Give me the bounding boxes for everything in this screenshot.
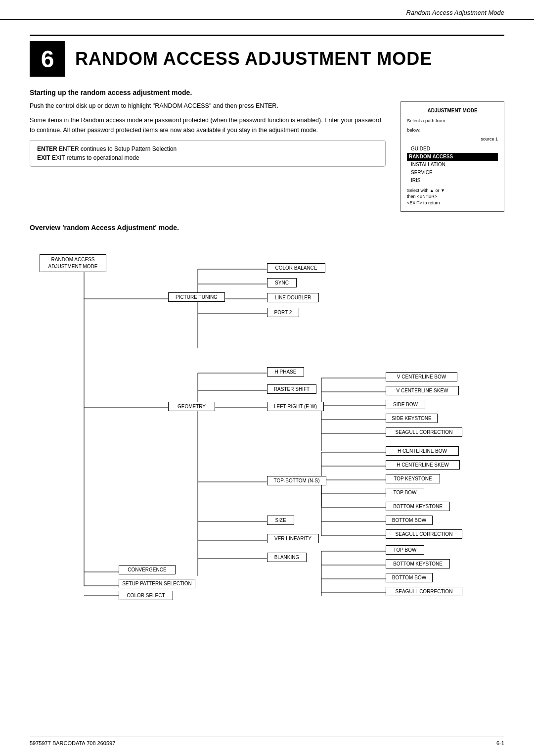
box-geometry: GEOMETRY (168, 402, 215, 411)
chapter-title: RANDOM ACCESS ADJUSTMENT MODE (75, 48, 432, 69)
box-raster-shift: RASTER SHIFT (267, 384, 316, 394)
box-h-centerline-bow: H CENTERLINE BOW (386, 446, 459, 456)
chapter-block: 6 RANDOM ACCESS ADJUSTMENT MODE (30, 35, 504, 77)
header-title: Random Access Adjustment Mode (406, 9, 504, 16)
osd-source: source 1 (407, 136, 498, 142)
box-bottom-keystone2: BOTTOM KEYSTONE (386, 559, 450, 568)
note-box: ENTER ENTER continues to Setup Pattern S… (30, 140, 386, 167)
box-v-centerline-bow: V CENTERLINE BOW (386, 372, 457, 381)
box-seagull3: SEAGULL CORRECTION (386, 587, 462, 596)
box-color-balance: COLOR BALANCE (267, 263, 325, 273)
box-side-keystone: SIDE KEYSTONE (386, 414, 438, 423)
box-picture-tuning: PICTURE TUNING (168, 292, 225, 302)
footer-right: 6-1 (496, 740, 504, 746)
box-convergence: CONVERGENCE (119, 565, 176, 574)
osd-subtitle2: below: (407, 126, 498, 134)
box-color-select: COLOR SELECT (119, 591, 173, 600)
chapter-number: 6 (30, 41, 65, 77)
page-header: Random Access Adjustment Mode (0, 0, 534, 20)
box-side-bow: SIDE BOW (386, 400, 425, 409)
para1: Push the control disk up or down to high… (30, 101, 386, 111)
box-sync: SYNC (267, 278, 297, 287)
footer-left: 5975977 BARCODATA 708 260597 (30, 740, 115, 746)
osd-item-installation: INSTALLATION (407, 161, 498, 169)
box-setup-pattern: SETUP PATTERN SELECTION (119, 579, 195, 588)
box-h-centerline-skew: H CENTERLINE SKEW (386, 460, 460, 470)
box-top-keystone: TOP KEYSTONE (386, 474, 440, 483)
note-enter: ENTER ENTER continues to Setup Pattern S… (37, 144, 378, 153)
main-content: Starting up the random access adjustment… (0, 89, 534, 615)
box-seagull2: SEAGULL CORRECTION (386, 529, 462, 539)
box-blanking: BLANKING (267, 553, 307, 562)
diagram-area: RANDOM ACCESS ADJUSTMENT MODE SETUP PATT… (30, 239, 504, 615)
intro-text: Push the control disk up or down to high… (30, 101, 386, 212)
box-top-bow: TOP BOW (386, 488, 424, 497)
box-h-phase: H PHASE (267, 367, 304, 377)
box-random-access: RANDOM ACCESS ADJUSTMENT MODE (40, 254, 106, 272)
box-top-bow2: TOP BOW (386, 545, 424, 555)
section2-heading: Overview 'random Access Adjustment' mode… (30, 224, 504, 232)
osd-title: ADJUSTMENT MODE (407, 107, 498, 115)
intro-row: Push the control disk up or down to high… (30, 101, 504, 212)
box-bottom-bow: BOTTOM BOW (386, 516, 433, 525)
osd-item-guided: GUIDED (407, 145, 498, 153)
box-left-right: LEFT-RIGHT (E-W) (267, 402, 324, 411)
osd-panel: ADJUSTMENT MODE Select a path from below… (400, 101, 504, 212)
box-bottom-keystone: BOTTOM KEYSTONE (386, 502, 450, 511)
box-line-doubler: LINE DOUBLER (267, 293, 319, 302)
box-seagull1: SEAGULL CORRECTION (386, 427, 462, 437)
page-footer: 5975977 BARCODATA 708 260597 6-1 (30, 737, 504, 746)
box-v-centerline-skew: V CENTERLINE SKEW (386, 386, 459, 395)
section1-heading: Starting up the random access adjustment… (30, 89, 504, 96)
note-exit: EXIT EXIT returns to operational mode (37, 153, 378, 162)
box-bottom-bow2: BOTTOM BOW (386, 573, 433, 582)
para2: Some items in the Random access mode are… (30, 116, 386, 135)
box-top-bottom: TOP-BOTTOM (N-S) (267, 476, 326, 485)
osd-footer: Select with ▲ or ▼ then <ENTER> <EXIT> t… (407, 188, 498, 206)
osd-item-random-access: RANDOM ACCESS (407, 153, 498, 161)
osd-item-service: SERVICE (407, 169, 498, 177)
box-ver-linearity: VER LINEARITY (267, 534, 319, 543)
osd-subtitle1: Select a path from (407, 117, 498, 124)
box-size: SIZE (267, 516, 294, 525)
osd-item-iris: IRIS (407, 177, 498, 185)
box-port2: PORT 2 (267, 308, 299, 317)
